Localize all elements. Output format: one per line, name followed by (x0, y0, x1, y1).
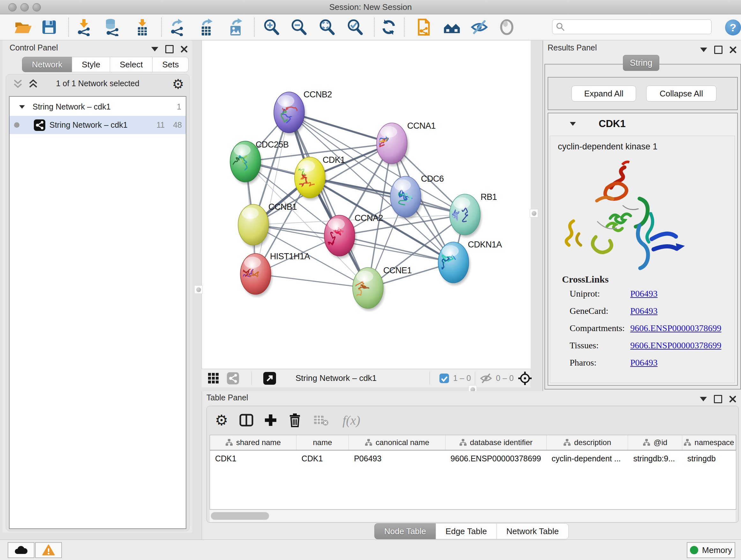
column-header-namespace[interactable]: namespace (682, 435, 736, 450)
zoom-selected-button[interactable] (345, 17, 365, 37)
delete-column-button[interactable] (286, 411, 304, 429)
open-session-button[interactable] (13, 17, 33, 37)
crosslink-link[interactable]: P06493 (630, 358, 658, 368)
crosslink-link[interactable]: P06493 (630, 306, 658, 316)
table-row[interactable]: CDK1CDK1P064939606.ENSP00000378699cyclin… (210, 450, 736, 466)
import-network-file-button[interactable] (74, 17, 94, 37)
zoom-in-button[interactable] (261, 17, 281, 37)
crosslink-link[interactable]: 9606.ENSP00000378699 (630, 323, 721, 333)
create-column-button[interactable] (262, 411, 280, 429)
node-CCNA1[interactable] (377, 123, 408, 166)
selected-count-checkbox[interactable] (439, 369, 449, 387)
center-view-button[interactable] (518, 369, 532, 387)
table-options-gear-icon[interactable]: ⚙ (212, 411, 230, 429)
tab-network-table[interactable]: Network Table (496, 523, 569, 539)
network-graph[interactable]: CCNB2CCNA1CDC25BCDK1CDC6RB1CCNB1CCNA2CDK… (202, 41, 531, 369)
table-cell[interactable]: stringdb (682, 450, 736, 466)
table-cell[interactable]: stringdb:9... (628, 450, 682, 466)
node-CDC6[interactable] (390, 176, 422, 219)
crosslink-link[interactable]: 9606.ENSP00000378699 (630, 340, 721, 351)
column-header-name[interactable]: name (296, 435, 349, 450)
tab-style[interactable]: Style (72, 57, 110, 72)
search-input[interactable] (568, 22, 711, 32)
node-CCNE1[interactable] (352, 267, 385, 311)
save-session-button[interactable] (39, 17, 59, 37)
apply-layout-button[interactable] (379, 17, 399, 37)
warnings-button[interactable] (35, 542, 62, 558)
column-header-label: name (313, 438, 332, 447)
network-view-type-button[interactable] (226, 369, 239, 387)
table-panel-float-icon[interactable] (714, 395, 722, 403)
column-header-description[interactable]: description (547, 435, 628, 450)
help-button[interactable]: ? (725, 19, 741, 36)
table-panel-collapse-icon[interactable] (700, 397, 707, 401)
results-tab-string[interactable]: String (623, 55, 659, 71)
birdseye-toggle-button[interactable] (263, 369, 276, 387)
edge-CCNB2-HIST1H1A[interactable] (256, 112, 289, 274)
network-collection-row[interactable]: String Network – cdk1 1 (10, 98, 186, 116)
cloud-status-button[interactable] (8, 542, 35, 558)
hide-selected-button[interactable] (469, 17, 489, 37)
table-panel-close-icon[interactable] (729, 395, 736, 402)
network-options-gear-icon[interactable]: ⚙ (172, 76, 184, 92)
left-splitter-handle[interactable] (194, 286, 203, 294)
results-panel-close-icon[interactable] (730, 46, 737, 53)
show-columns-button[interactable] (238, 411, 255, 429)
table-cell[interactable]: CDK1 (210, 450, 296, 466)
tab-network[interactable]: Network (22, 57, 72, 72)
import-string-network-button[interactable] (414, 17, 434, 37)
control-panel-title: Control Panel (10, 43, 58, 52)
export-image-button[interactable] (226, 17, 246, 37)
memory-button[interactable]: Memory (687, 542, 735, 558)
zoom-fit-button[interactable] (317, 17, 337, 37)
scrollbar-thumb[interactable] (211, 512, 269, 520)
import-table-button[interactable] (132, 17, 152, 37)
tab-select[interactable]: Select (110, 57, 152, 72)
expand-all-button[interactable]: Expand All (571, 85, 636, 102)
table-cell[interactable]: 9606.ENSP00000378699 (446, 450, 547, 466)
column-header-canonical-name[interactable]: canonical name (349, 435, 446, 450)
node-HIST1H1A[interactable] (238, 253, 272, 297)
first-neighbors-button[interactable] (442, 17, 462, 37)
control-panel-close-icon[interactable] (181, 46, 188, 53)
node-CDKN1A[interactable] (438, 242, 470, 285)
gene-collapse-icon[interactable] (570, 122, 576, 126)
node-RB1[interactable] (450, 194, 482, 237)
grid-view-button[interactable] (207, 369, 219, 387)
network-canvas[interactable]: CCNB2CCNA1CDC25BCDK1CDC6RB1CCNB1CCNA2CDK… (202, 41, 531, 369)
node-CDK1[interactable] (294, 157, 327, 200)
table-horizontal-scrollbar[interactable] (210, 509, 736, 522)
column-header--id[interactable]: @id (628, 435, 682, 450)
show-hidden-button[interactable] (496, 17, 517, 37)
collapse-all-button[interactable]: Collapse All (646, 85, 717, 102)
right-splitter-handle[interactable] (530, 209, 538, 217)
column-header-database-identifier[interactable]: database identifier (446, 435, 547, 450)
tree-expand-icon[interactable] (19, 105, 25, 109)
node-CCNB2[interactable] (274, 92, 306, 135)
edge-CCNB2-CCNE1[interactable] (289, 112, 368, 288)
table-cell[interactable]: cyclin-dependent ... (546, 450, 628, 466)
edge-HIST1H1A-CCNE1[interactable] (256, 274, 368, 288)
control-panel-float-icon[interactable] (165, 45, 174, 53)
control-panel-collapse-icon[interactable] (151, 47, 158, 51)
network-selection-status: 1 of 1 Network selected (6, 79, 189, 88)
tab-edge-table[interactable]: Edge Table (435, 523, 497, 539)
results-panel-float-icon[interactable] (714, 46, 723, 54)
table-cell[interactable]: P06493 (349, 450, 446, 466)
table-cell[interactable]: CDK1 (296, 450, 349, 466)
network-row-selected[interactable]: String Network – cdk1 11 48 (10, 116, 186, 134)
import-network-database-button[interactable] (102, 17, 123, 37)
node-CCNB1[interactable] (238, 204, 270, 247)
export-table-button[interactable] (197, 17, 217, 37)
results-panel-collapse-icon[interactable] (700, 48, 707, 52)
node-CCNA2[interactable] (324, 215, 356, 258)
column-header-shared-name[interactable]: shared name (210, 435, 296, 450)
node-table[interactable]: shared namenamecanonical namedatabase id… (210, 435, 736, 509)
tab-sets[interactable]: Sets (152, 57, 189, 72)
eye-slash-icon (470, 18, 488, 37)
hidden-count-toggle[interactable] (480, 369, 492, 387)
export-network-button[interactable] (167, 17, 188, 37)
crosslink-link[interactable]: P06493 (630, 289, 658, 299)
tab-node-table[interactable]: Node Table (374, 523, 436, 539)
zoom-out-button[interactable] (288, 17, 309, 37)
